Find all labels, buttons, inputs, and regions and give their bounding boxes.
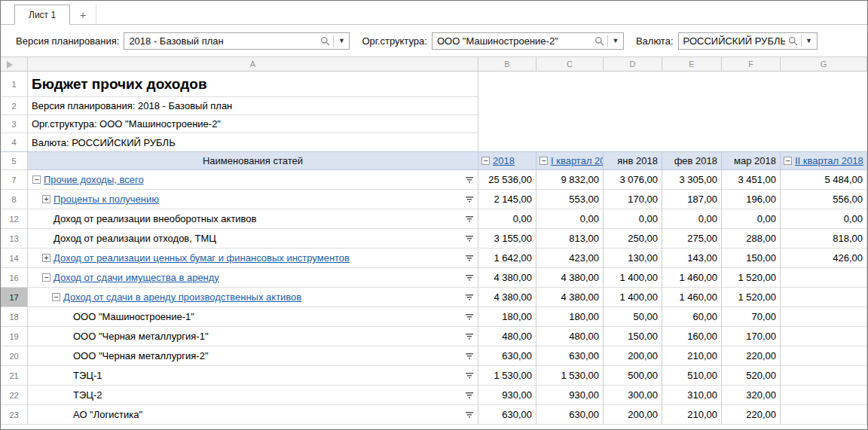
- filter-icon[interactable]: [465, 293, 474, 301]
- value-cell[interactable]: 423,00: [536, 249, 604, 268]
- value-cell[interactable]: 25 536,00: [478, 170, 536, 190]
- item-name-cell[interactable]: +Проценты к получению: [28, 190, 478, 209]
- value-cell[interactable]: 2 145,00: [478, 190, 536, 209]
- value-cell[interactable]: 630,00: [536, 346, 604, 366]
- item-name-cell[interactable]: ООО "Машиностроение-1": [28, 307, 478, 327]
- item-name-cell[interactable]: ТЭЦ-2: [28, 386, 478, 405]
- expand-icon[interactable]: +: [42, 195, 50, 203]
- add-sheet-button[interactable]: +: [70, 5, 96, 25]
- value-cell[interactable]: 630,00: [536, 405, 604, 425]
- period-header[interactable]: мар 2018: [722, 152, 781, 170]
- item-name-cell[interactable]: ООО "Черная металлургия-1": [28, 327, 478, 346]
- value-cell[interactable]: 0,00: [536, 209, 604, 229]
- item-name-cell[interactable]: Доход от реализации внеоборотных активов: [28, 209, 478, 229]
- value-cell[interactable]: 288,00: [722, 229, 781, 249]
- chevron-down-icon[interactable]: ▼: [608, 33, 623, 49]
- value-cell[interactable]: 70,00: [722, 307, 781, 327]
- value-cell[interactable]: 930,00: [478, 386, 536, 405]
- report-title-cell[interactable]: Бюджет прочих доходов: [28, 72, 478, 97]
- row-number[interactable]: 1: [1, 72, 28, 97]
- row-number[interactable]: 12: [1, 209, 28, 229]
- period-header[interactable]: −II квартал 2018: [781, 152, 867, 170]
- value-cell[interactable]: 1 642,00: [478, 249, 536, 268]
- filter-icon[interactable]: [465, 175, 474, 184]
- select-all-corner[interactable]: [1, 57, 28, 72]
- chevron-down-icon[interactable]: ▼: [334, 33, 349, 49]
- value-cell[interactable]: 1 520,00: [722, 268, 781, 288]
- collapse-icon[interactable]: −: [42, 273, 50, 282]
- row-number[interactable]: 22: [1, 386, 28, 405]
- expand-icon[interactable]: +: [42, 254, 50, 262]
- value-cell[interactable]: 196,00: [722, 190, 781, 209]
- item-name[interactable]: Доход от сдачи в аренду производственных…: [63, 291, 301, 303]
- value-cell[interactable]: 3 076,00: [604, 170, 662, 190]
- currency-combo[interactable]: РОССИЙСКИЙ РУБЛЬ ▼: [678, 32, 818, 50]
- value-cell[interactable]: 180,00: [478, 307, 536, 327]
- value-cell[interactable]: 1 460,00: [662, 268, 722, 288]
- row-number[interactable]: 2: [1, 97, 28, 115]
- collapse-icon[interactable]: −: [784, 157, 792, 165]
- filter-icon[interactable]: [465, 332, 474, 340]
- column-header-E[interactable]: E: [662, 57, 722, 72]
- value-cell[interactable]: 170,00: [722, 327, 781, 346]
- value-cell[interactable]: 180,00: [536, 307, 604, 327]
- value-cell[interactable]: [781, 268, 867, 288]
- value-cell[interactable]: [781, 386, 867, 405]
- org-structure-combo[interactable]: ООО "Машиностроение-2" ▼: [432, 32, 624, 50]
- collapse-icon[interactable]: −: [52, 293, 60, 301]
- value-cell[interactable]: 1 400,00: [604, 288, 662, 307]
- row-number[interactable]: 5: [1, 152, 28, 170]
- value-cell[interactable]: 553,00: [536, 190, 604, 209]
- value-cell[interactable]: 130,00: [604, 249, 662, 268]
- item-name[interactable]: Доход от реализации ценных бумаг и финан…: [53, 252, 350, 264]
- value-cell[interactable]: 818,00: [781, 229, 867, 249]
- value-cell[interactable]: 630,00: [478, 405, 536, 425]
- value-cell[interactable]: 3 305,00: [662, 170, 722, 190]
- value-cell[interactable]: [781, 405, 867, 425]
- row-number[interactable]: 13: [1, 229, 28, 249]
- filter-icon[interactable]: [465, 313, 474, 321]
- value-cell[interactable]: 1 520,00: [722, 288, 781, 307]
- value-cell[interactable]: 220,00: [722, 405, 781, 425]
- filter-icon[interactable]: [465, 273, 474, 282]
- search-icon[interactable]: [591, 36, 607, 46]
- value-cell[interactable]: 170,00: [604, 190, 662, 209]
- filter-icon[interactable]: [465, 371, 474, 380]
- value-cell[interactable]: 0,00: [722, 209, 781, 229]
- value-cell[interactable]: 4 380,00: [478, 268, 536, 288]
- value-cell[interactable]: 220,00: [722, 346, 781, 366]
- value-cell[interactable]: 4 380,00: [478, 288, 536, 307]
- chevron-down-icon[interactable]: ▼: [802, 33, 817, 49]
- value-cell[interactable]: 160,00: [662, 327, 722, 346]
- value-cell[interactable]: 1 400,00: [604, 268, 662, 288]
- row-number[interactable]: 17: [1, 288, 28, 307]
- item-name[interactable]: Проценты к получению: [53, 194, 159, 205]
- column-header-B[interactable]: B: [478, 57, 536, 72]
- item-name-cell[interactable]: ТЭЦ-1: [28, 366, 478, 386]
- row-number[interactable]: 14: [1, 249, 28, 268]
- value-cell[interactable]: 150,00: [604, 327, 662, 346]
- value-cell[interactable]: [781, 288, 867, 307]
- value-cell[interactable]: 4 380,00: [536, 268, 604, 288]
- value-cell[interactable]: 0,00: [662, 209, 722, 229]
- value-cell[interactable]: 150,00: [722, 249, 781, 268]
- item-name-cell[interactable]: −Прочие доходы, всего: [28, 170, 478, 190]
- item-name-cell[interactable]: +Доход от реализации ценных бумаг и фина…: [28, 249, 478, 268]
- value-cell[interactable]: 1 530,00: [536, 366, 604, 386]
- row-number[interactable]: 20: [1, 346, 28, 366]
- collapse-icon[interactable]: −: [481, 157, 490, 165]
- value-cell[interactable]: 0,00: [781, 209, 867, 229]
- value-cell[interactable]: 187,00: [662, 190, 722, 209]
- row-number[interactable]: 7: [1, 170, 28, 190]
- filter-icon[interactable]: [465, 391, 474, 399]
- value-cell[interactable]: 4 380,00: [536, 288, 604, 307]
- row-number[interactable]: 23: [1, 405, 28, 425]
- value-cell[interactable]: 250,00: [604, 229, 662, 249]
- value-cell[interactable]: 60,00: [662, 307, 722, 327]
- value-cell[interactable]: 813,00: [536, 229, 604, 249]
- row-number[interactable]: 18: [1, 307, 28, 327]
- filter-icon[interactable]: [465, 352, 474, 360]
- value-cell[interactable]: 0,00: [478, 209, 536, 229]
- column-header-C[interactable]: C: [536, 57, 604, 72]
- column-header-G[interactable]: G: [781, 57, 867, 72]
